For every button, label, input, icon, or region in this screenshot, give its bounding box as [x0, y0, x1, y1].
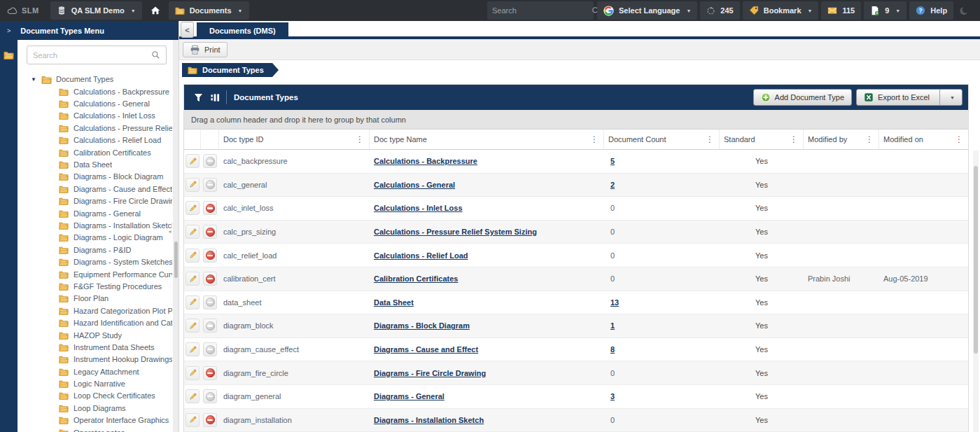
doc-type-name-link[interactable]: Data Sheet — [374, 298, 414, 307]
tree-item[interactable]: Diagrams - Fire Circle Drawing — [18, 195, 172, 207]
edit-button[interactable] — [186, 225, 200, 239]
document-count-value[interactable]: 1 — [610, 321, 615, 330]
column-header-modified-by[interactable]: Modified by ⋮ — [804, 130, 879, 149]
column-menu-icon[interactable]: ⋮ — [704, 134, 716, 144]
tree-item[interactable]: Operator Interface Graphics — [18, 414, 172, 426]
column-header-doc-type-name[interactable]: Doc type Name ⋮ — [370, 130, 604, 149]
tree-item[interactable]: Data Sheet — [18, 158, 172, 170]
edit-button[interactable] — [186, 319, 200, 333]
back-button[interactable]: < — [181, 22, 194, 38]
history-counter[interactable]: 245 — [700, 1, 739, 20]
tree-item[interactable]: Diagrams - General — [18, 207, 172, 219]
module-selector[interactable]: Documents ▼ — [169, 1, 249, 20]
doc-type-name-link[interactable]: Calculations - General — [374, 181, 455, 189]
tree-item[interactable]: Diagrams - Installation Sketch — [18, 219, 172, 231]
column-header-doc-type-id[interactable]: Doc type ID ⋮ — [219, 130, 370, 149]
column-header-standard[interactable]: Standard ⋮ — [720, 130, 804, 149]
column-menu-icon[interactable]: ⋮ — [863, 134, 876, 144]
doc-type-name-link[interactable]: Diagrams - Installation Sketch — [374, 416, 484, 424]
tree-item[interactable]: Equipment Performance Curve — [18, 268, 172, 280]
tree-item[interactable]: Diagrams - P&ID — [18, 244, 172, 256]
search-input[interactable] — [492, 6, 592, 15]
doc-type-name-link[interactable]: Diagrams - Cause and Effect — [374, 345, 478, 354]
doc-type-name-link[interactable]: Diagrams - Fire Circle Drawing — [374, 369, 486, 377]
column-menu-icon[interactable]: ⋮ — [788, 134, 800, 144]
column-menu-icon[interactable]: ⋮ — [354, 134, 366, 144]
tree-item[interactable]: HAZOP Study — [18, 329, 172, 341]
tree-root[interactable]: ▼ Document Types — [18, 73, 172, 85]
edit-button[interactable] — [186, 389, 200, 403]
delete-button[interactable] — [203, 249, 217, 263]
document-types-module-icon[interactable] — [4, 50, 14, 60]
workspace-selector[interactable]: QA SLM Demo ▼ — [50, 1, 142, 20]
edit-button[interactable] — [186, 342, 200, 356]
page-scrollbar-thumb[interactable] — [974, 166, 978, 354]
edit-button[interactable] — [186, 154, 200, 168]
sidebar-scrollbar-thumb[interactable] — [174, 242, 178, 278]
tree-item[interactable]: Hazard Identification and Categorization… — [18, 316, 172, 328]
delete-button[interactable] — [203, 178, 217, 192]
column-header-modified-on[interactable]: Modified on ⋮ — [879, 130, 968, 149]
tree-item[interactable]: Diagrams - Cause and Effect — [18, 183, 172, 195]
mail-counter[interactable]: 115 — [821, 1, 861, 20]
panel-collapse-icon[interactable]: ◄ — [167, 229, 172, 234]
document-count-value[interactable]: 5 — [610, 157, 615, 165]
edit-button[interactable] — [186, 178, 200, 192]
tree-item[interactable]: Calculations - Relief Load — [18, 134, 172, 146]
home-button[interactable] — [144, 6, 167, 15]
filter-icon[interactable] — [190, 90, 206, 105]
tree-item[interactable]: F&GF Testing Procedures — [18, 280, 172, 292]
tree-item[interactable]: Calculations - Backpressure — [18, 85, 172, 97]
delete-button[interactable] — [203, 342, 217, 356]
delete-button[interactable] — [203, 201, 217, 215]
column-menu-icon[interactable]: ⋮ — [953, 134, 965, 144]
tree-item[interactable]: Instrument Hookup Drawings — [18, 354, 172, 365]
doc-type-name-link[interactable]: Diagrams - Block Diagram — [374, 321, 470, 330]
sidebar-expand-icon[interactable]: > — [7, 27, 10, 34]
doc-type-name-link[interactable]: Diagrams - General — [374, 392, 444, 400]
delete-button[interactable] — [203, 154, 217, 168]
document-count-value[interactable]: 2 — [610, 181, 615, 189]
tree-item[interactable]: Calibration Certificates — [18, 146, 172, 158]
group-by-bar[interactable]: Drag a column header and drop it here to… — [184, 110, 968, 130]
tree-item[interactable]: Calculations - General — [18, 97, 172, 109]
delete-button[interactable] — [203, 366, 217, 380]
tree-item[interactable]: Diagrams - System Sketches — [18, 256, 172, 267]
doc-type-name-link[interactable]: Calculations - Inlet Loss — [374, 204, 463, 212]
edit-button[interactable] — [186, 366, 200, 380]
delete-button[interactable] — [203, 295, 217, 309]
search-icon[interactable] — [151, 50, 160, 60]
tree-item[interactable]: Hazard Categorization Plot Plan — [18, 305, 172, 316]
tree-item[interactable]: Loop Diagrams — [18, 402, 172, 414]
tree-item[interactable]: Floor Plan — [18, 293, 172, 305]
edit-button[interactable] — [186, 201, 200, 215]
document-count-value[interactable]: 3 — [610, 392, 615, 400]
doc-type-name-link[interactable]: Calculations - Pressure Relief System Si… — [374, 228, 537, 236]
tree-expander-icon[interactable]: ▼ — [31, 76, 37, 83]
tree-item[interactable]: Instrument Data Sheets — [18, 341, 172, 353]
edit-button[interactable] — [186, 413, 200, 427]
chevron-down-icon[interactable]: ▼ — [944, 95, 955, 100]
breadcrumb[interactable]: Document Types — [182, 63, 272, 77]
delete-button[interactable] — [203, 389, 217, 403]
doc-type-name-link[interactable]: Calculations - Backpressure — [374, 157, 477, 165]
document-count-value[interactable]: 13 — [610, 298, 619, 307]
export-to-excel-button[interactable]: Export to Excel ▼ — [856, 89, 962, 106]
delete-button[interactable] — [203, 413, 217, 427]
tree-item[interactable]: Diagrams - Logic Diagram — [18, 232, 172, 244]
language-selector[interactable]: Select Language ▼ — [597, 1, 697, 20]
tree-item[interactable]: Calculations - Inlet Loss — [18, 110, 172, 122]
column-menu-icon[interactable]: ⋮ — [588, 134, 601, 144]
tree-item[interactable]: Legacy Attachment — [18, 365, 172, 377]
delete-button[interactable] — [203, 225, 217, 239]
bookmark-menu[interactable]: Bookmark ▼ — [743, 1, 819, 20]
column-chooser-icon[interactable] — [206, 90, 223, 105]
page-scrollbar[interactable] — [973, 151, 979, 432]
edit-button[interactable] — [186, 272, 200, 286]
sidebar-scrollbar[interactable] — [173, 40, 178, 432]
tree-item[interactable]: Logic Narrative — [18, 377, 172, 389]
print-button[interactable]: Print — [183, 42, 227, 57]
doc-type-name-link[interactable]: Calibration Certificates — [374, 274, 458, 283]
theme-toggle[interactable] — [959, 6, 969, 16]
tree-item[interactable]: Operator notes — [18, 426, 172, 432]
